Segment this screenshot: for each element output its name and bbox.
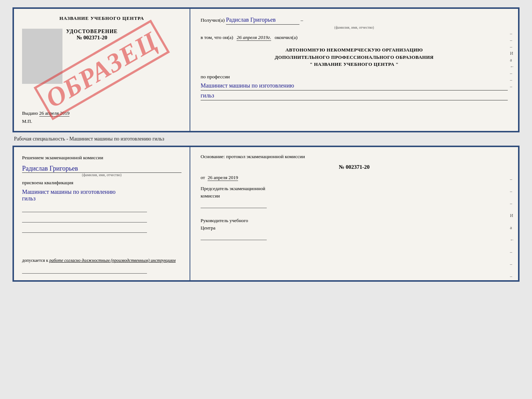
vydano-line: Выдано 26 апреля 2019 [22, 107, 69, 116]
predsedatel-block: Председатель экзаменационной комиссии [201, 185, 508, 208]
document-wrapper: НАЗВАНИЕ УЧЕБНОГО ЦЕНТРА УДОСТОВЕРЕНИЕ №… [12, 7, 520, 282]
vtom-prefix: в том, что он(а) [201, 35, 233, 40]
cert-left: НАЗВАНИЕ УЧЕБНОГО ЦЕНТРА УДОСТОВЕРЕНИЕ №… [14, 9, 190, 131]
cert-right: Получил(а) Радислав Григорьев – (фамилия… [190, 9, 518, 131]
dopuskaetsya-prefix: допускается к [22, 258, 48, 263]
recipient-name: Радислав Григорьев [226, 15, 299, 25]
rukovoditel-line2: Центра [201, 224, 508, 232]
mp-label: М.П. [22, 118, 32, 124]
profession-line2: гильз [201, 91, 508, 100]
vtom-row: в том, что он(а) 26 апреля 2019г. окончи… [201, 34, 508, 41]
po-professii-label: по профессии [201, 73, 508, 81]
underline-2 [22, 217, 147, 222]
underline-3 [22, 227, 147, 233]
bottom-person-name: Радислав Григорьев [22, 165, 181, 173]
prisvoena-label: присвоена квалификация [22, 180, 181, 186]
cert-inner-left: УДОСТОВЕРЕНИЕ № 002371-20 [22, 26, 118, 88]
rukovoditel-block: Руководитель учебного Центра [201, 217, 508, 240]
bottom-person-block: Радислав Григорьев (фамилия, имя, отчест… [22, 165, 181, 177]
protocol-date-row: от 26 апреля 2019 [201, 175, 508, 181]
profession-line1: Машинист машины по изготовлению [201, 81, 508, 90]
udostoverenie-title: УДОСТОВЕРЕНИЕ [66, 29, 118, 35]
poluchil-row: Получил(а) Радислав Григорьев – (фамилия… [201, 15, 508, 30]
top-left-title: НАЗВАНИЕ УЧЕБНОГО ЦЕНТРА [22, 15, 181, 21]
udostoverenie-block: УДОСТОВЕРЕНИЕ № 002371-20 [66, 29, 118, 41]
vtom-date: 26 апреля 2019г. [237, 35, 271, 41]
bottom-profession-line1: Машинист машины по изготовлению [22, 189, 181, 195]
dopuskaetsya-text: работе согласно должностным (производств… [49, 258, 176, 263]
poluchil-prefix: Получил(а) [201, 17, 225, 23]
certificate-top: НАЗВАНИЕ УЧЕБНОГО ЦЕНТРА УДОСТОВЕРЕНИЕ №… [12, 7, 520, 132]
okonchil-label: окончил(а) [274, 35, 297, 40]
bottom-left: Решением экзаменационной комиссии Радисл… [14, 147, 190, 280]
right-dashes: – – – И а ← – – – [510, 31, 514, 89]
rukovoditel-line1: Руководитель учебного [201, 217, 508, 224]
org-line2: ДОПОЛНИТЕЛЬНОГО ПРОФЕССИОНАЛЬНОГО ОБРАЗО… [201, 54, 508, 61]
recipient-sub: (фамилия, имя, отчество) [201, 25, 508, 30]
bottom-person-sub: (фамилия, имя, отчество) [22, 173, 181, 177]
dopuskaetsya-block: допускается к работе согласно должностны… [22, 258, 181, 263]
underline-1 [22, 206, 147, 212]
vydano-date: 26 апреля 2019 [39, 110, 70, 117]
udostoverenie-num: № 002371-20 [76, 35, 107, 41]
caption-between: Рабочая специальность - Машинист машины … [12, 136, 166, 142]
photo-placeholder [22, 29, 62, 84]
profession-block: по профессии Машинист машины по изготовл… [201, 73, 508, 100]
resheniem-label: Решением экзаменационной комиссии [22, 154, 181, 162]
rukovoditel-sign-line [201, 233, 267, 240]
org-line3: " НАЗВАНИЕ УЧЕБНОГО ЦЕНТРА " [201, 61, 508, 68]
ot-label: от [201, 175, 205, 180]
certificate-bottom: Решением экзаменационной комиссии Радисл… [12, 146, 520, 282]
bottom-right: Основание: протокол экзаменационной коми… [190, 147, 518, 280]
org-line1: АВТОНОМНУЮ НЕКОММЕРЧЕСКУЮ ОРГАНИЗАЦИЮ [201, 46, 508, 54]
protocol-date: 26 апреля 2019 [208, 175, 238, 181]
predsedatel-sign-line [201, 201, 267, 208]
osnovaniye-label: Основание: протокол экзаменационной коми… [201, 154, 508, 160]
bottom-profession-line2: гильз [22, 195, 181, 202]
vydano-label: Выдано [22, 110, 38, 116]
bottom-profession-block: Машинист машины по изготовлению гильз [22, 189, 181, 202]
bottom-right-dashes: – – – И а ← – – – [510, 177, 514, 279]
predsedatel-line1: Председатель экзаменационной [201, 185, 508, 192]
predsedatel-line2: комиссии [201, 192, 508, 200]
underline-4 [22, 268, 147, 274]
org-block: АВТОНОМНУЮ НЕКОММЕРЧЕСКУЮ ОРГАНИЗАЦИЮ ДО… [201, 46, 508, 68]
protocol-num: № 002371-20 [201, 164, 508, 170]
